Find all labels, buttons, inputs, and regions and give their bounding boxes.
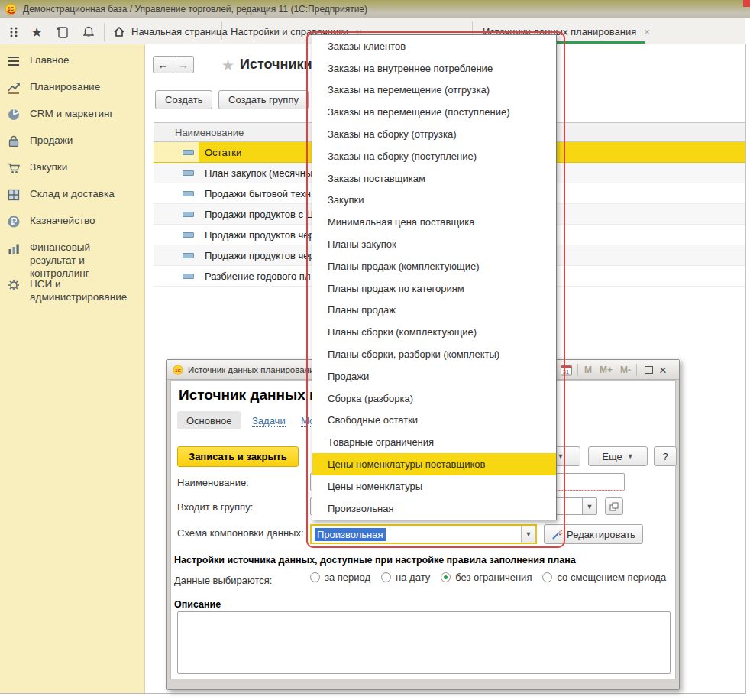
sidebar-item-finance[interactable]: Финансовый результат и контроллинг <box>0 241 145 280</box>
bar-chart-icon <box>6 241 21 256</box>
1c-logo-icon: 1С <box>5 3 17 15</box>
dropdown-item-label: Закупки <box>328 194 364 206</box>
list-item-dash-icon <box>183 212 194 217</box>
dropdown-item[interactable]: Свободные остатки <box>312 410 556 432</box>
tab-home[interactable]: Начальная страница <box>113 18 228 44</box>
chevron-down-icon[interactable]: ▼ <box>521 526 535 543</box>
close-icon[interactable]: × <box>659 364 667 377</box>
window-titlebar: 1С Демонстрационная база / Управление то… <box>0 0 750 18</box>
dropdown-item[interactable]: Сборка (разборка) <box>312 387 556 410</box>
sidebar-item-treasury[interactable]: Казначейство <box>0 214 145 229</box>
dialog-tab-main[interactable]: Основное <box>177 411 241 429</box>
pie-icon <box>6 107 21 122</box>
dropdown-item[interactable]: Заказы на внутреннее потребление <box>312 57 556 79</box>
gear-icon <box>6 277 21 293</box>
create-button[interactable]: Создать <box>155 90 212 109</box>
period-radio-group: за период на дату без ограничения <box>310 572 666 583</box>
svg-text:1С: 1С <box>8 6 15 11</box>
dropdown-item[interactable]: Заказы на перемещение (поступление) <box>312 101 556 123</box>
window-right-border <box>745 44 746 694</box>
dropdown-item-label: Планы продаж (комплектующие) <box>328 261 480 272</box>
dropdown-item[interactable]: Цены номенклатуры поставщиков <box>312 453 556 475</box>
bag-icon <box>6 134 21 149</box>
chevron-down-icon[interactable]: ▼ <box>582 498 596 514</box>
sidebar-item-admin[interactable]: НСИ и администрирование <box>0 277 145 303</box>
svg-text:1С: 1С <box>175 367 181 372</box>
edit-schema-button[interactable]: Редактировать <box>544 524 643 544</box>
sidebar-item-sales[interactable]: Продажи <box>0 134 145 149</box>
dropdown-item[interactable]: Планы закупок <box>312 233 556 255</box>
m-minus-button[interactable]: M- <box>620 365 631 375</box>
dropdown-item-label: Заказы поставщикам <box>328 173 425 184</box>
m-plus-button[interactable]: M+ <box>600 365 613 375</box>
dropdown-item-label: Минимальная цена поставщика <box>328 216 475 228</box>
maximize-icon[interactable] <box>645 366 653 374</box>
dropdown-item[interactable]: Заказы поставщикам <box>312 167 556 190</box>
dropdown-item[interactable]: Минимальная цена поставщика <box>312 211 556 233</box>
dropdown-item-label: Планы продаж <box>328 304 396 316</box>
row-label: Разбиение годового пл <box>205 271 311 282</box>
dropdown-item[interactable]: Продажи <box>312 365 556 387</box>
radio-circle-icon <box>310 572 320 582</box>
dropdown-item[interactable]: Заказы на сборку (отгрузка) <box>312 123 556 145</box>
dropdown-item[interactable]: Планы продаж по категориям <box>312 277 556 300</box>
radio-circle-icon <box>381 572 391 582</box>
dropdown-item[interactable]: Планы продаж (комплектующие) <box>312 255 556 277</box>
dropdown-item[interactable]: Цены номенклатуры <box>312 475 556 497</box>
radio-label: на дату <box>396 572 430 583</box>
planning-icon <box>6 80 21 96</box>
menu-dots-icon[interactable] <box>5 24 23 41</box>
notifications-bell-icon[interactable] <box>79 24 98 41</box>
sidebar-item-crm[interactable]: CRM и маркетинг <box>0 107 145 122</box>
period-radio[interactable]: на дату <box>381 572 430 583</box>
forward-button[interactable]: → <box>173 56 194 73</box>
description-textarea[interactable] <box>177 611 671 674</box>
schema-dropdown-list: Заказы клиентов Заказы на внутреннее пот… <box>312 34 557 520</box>
m-button[interactable]: M <box>584 365 592 375</box>
list-item-dash-icon <box>183 232 194 238</box>
tab-close-icon[interactable]: × <box>644 26 650 37</box>
favorites-star-icon[interactable]: ★ <box>27 24 46 41</box>
sidebar-item-main[interactable]: Главное <box>0 53 145 69</box>
tab-home-label: Начальная страница <box>131 26 228 37</box>
more-button[interactable]: Еще▼ <box>588 446 648 466</box>
sidebar-item-purchases[interactable]: Закупки <box>0 160 145 176</box>
dropdown-item[interactable]: Произвольная <box>312 497 556 520</box>
dropdown-item[interactable]: Заказы на перемещение (отгрузка) <box>312 79 556 102</box>
dropdown-item[interactable]: Заказы на сборку (поступление) <box>312 145 556 167</box>
save-and-close-button[interactable]: Записать и закрыть <box>177 446 299 467</box>
period-radio[interactable]: за период <box>310 572 370 583</box>
dialog-tab-tasks[interactable]: Задачи <box>252 415 286 427</box>
back-button[interactable]: ← <box>153 56 173 73</box>
window-close-fragment[interactable] <box>743 0 750 7</box>
dropdown-item-label: Сборка (разборка) <box>328 393 413 404</box>
sidebar-item-planning[interactable]: Планирование <box>0 80 145 96</box>
app-window: 1С Демонстрационная база / Управление то… <box>0 0 750 700</box>
period-radio[interactable]: без ограничения <box>441 572 532 583</box>
dropdown-item-label: Планы закупок <box>328 238 396 250</box>
dropdown-item-label: Планы сборки (комплектующие) <box>328 326 477 338</box>
calendar-icon[interactable]: 31 <box>561 365 572 376</box>
create-group-button[interactable]: Создать группу <box>218 90 309 109</box>
help-button[interactable]: ? <box>654 446 677 466</box>
open-list-button[interactable] <box>605 497 623 515</box>
dropdown-item-label: Заказы на сборку (отгрузка) <box>328 128 456 140</box>
dropdown-item[interactable]: Заказы клиентов <box>312 35 556 57</box>
dropdown-item[interactable]: Товарные ограничения <box>312 431 556 453</box>
dropdown-item[interactable]: Планы сборки (комплектующие) <box>312 321 556 343</box>
cart-icon <box>6 160 21 176</box>
dropdown-item[interactable]: Планы сборки, разборки (комплекты) <box>312 343 556 365</box>
radio-label: со смещением периода <box>557 572 666 583</box>
period-radio[interactable]: со смещением периода <box>542 572 666 583</box>
sidebar-item-warehouse[interactable]: Склад и доставка <box>0 187 145 203</box>
favorite-star-icon[interactable]: ★ <box>221 57 234 74</box>
dropdown-item-label: Цены номенклатуры поставщиков <box>328 459 485 470</box>
dropdown-item[interactable]: Планы продаж <box>312 300 556 322</box>
schema-combo[interactable]: Произвольная ▼ <box>310 524 537 544</box>
history-icon[interactable] <box>53 24 72 41</box>
dropdown-item-label: Заказы на внутреннее потребление <box>328 63 493 74</box>
dropdown-item[interactable]: Закупки <box>312 190 556 212</box>
list-item-dash-icon <box>183 150 194 155</box>
name-field-label: Наименование: <box>177 477 249 488</box>
dialog-title: Источник данных планировани: <box>188 365 317 374</box>
